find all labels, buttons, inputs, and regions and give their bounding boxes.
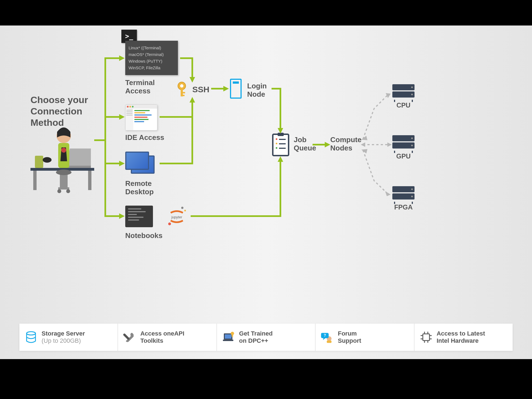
oneapi-title: Access oneAPI Toolkits: [140, 330, 184, 345]
svg-rect-3: [35, 156, 43, 168]
svg-marker-30: [223, 86, 229, 91]
svg-rect-2: [88, 171, 91, 190]
svg-rect-41: [123, 333, 130, 340]
svg-rect-23: [183, 95, 185, 96]
svg-rect-43: [225, 334, 231, 339]
footer-hardware: Access to Latest Intel Hardware: [415, 324, 513, 351]
ssh-key-icon: [177, 81, 190, 98]
svg-rect-6: [66, 166, 91, 168]
svg-rect-44: [223, 340, 233, 341]
svg-marker-25: [119, 114, 125, 120]
gpu-server-icon: GPU: [392, 135, 415, 151]
footer-row: Storage Server (Up to 200GB) Access oneA…: [19, 324, 513, 351]
ide-access-label: IDE Access: [125, 134, 164, 142]
login-node-server-icon: [230, 79, 242, 99]
svg-text:jupyter: jupyter: [171, 215, 182, 219]
svg-marker-29: [190, 97, 195, 103]
login-node-label: Login Node: [247, 82, 267, 99]
jupyter-icon: jupyter: [166, 206, 188, 228]
svg-marker-33: [325, 142, 330, 147]
chip-hardware-icon: [420, 331, 433, 344]
svg-marker-35: [361, 136, 367, 140]
job-queue-clipboard-icon: [272, 134, 289, 156]
term-line: Linux* ((Terminal): [129, 45, 175, 51]
tools-wrench-icon: [123, 331, 136, 344]
svg-point-15: [181, 207, 183, 209]
svg-point-17: [168, 222, 171, 225]
terminal-access-label: Terminal Access: [125, 79, 155, 95]
svg-rect-46: [232, 334, 233, 337]
remote-desktop-label: Remote Desktop: [125, 180, 154, 196]
cpu-label: CPU: [392, 101, 415, 109]
job-queue-label: Job Queue: [294, 136, 316, 152]
svg-marker-28: [190, 77, 195, 83]
svg-point-12: [57, 189, 61, 193]
gpu-label: GPU: [392, 152, 415, 160]
notebooks-label: Notebooks: [125, 232, 162, 240]
svg-point-20: [180, 84, 183, 88]
hardware-title: Access to Latest Intel Hardware: [437, 330, 485, 345]
fpga-label: FPGA: [392, 203, 415, 211]
forum-title: Forum Support: [338, 330, 361, 345]
svg-marker-36: [387, 142, 392, 147]
footer-trained: Get Trained on DPC++: [217, 324, 316, 351]
svg-text:?: ?: [324, 333, 326, 337]
ssh-label: SSH: [192, 85, 209, 94]
svg-rect-5: [45, 158, 47, 160]
cpu-server-icon: CPU: [392, 84, 415, 100]
term-line: Windows (PuTTY): [129, 58, 175, 65]
storage-database-icon: [24, 331, 38, 344]
svg-rect-50: [423, 334, 429, 341]
svg-rect-21: [181, 89, 183, 96]
trained-title: Get Trained on DPC++: [239, 330, 273, 345]
fpga-server-icon: FPGA: [392, 186, 415, 202]
forum-support-icon: ?: [321, 331, 334, 344]
svg-marker-32: [278, 156, 283, 162]
svg-rect-22: [183, 92, 185, 93]
diagram-canvas: Choose your Connection Method >_ Linux* …: [0, 25, 532, 359]
svg-point-16: [184, 210, 186, 211]
svg-rect-1: [33, 171, 37, 190]
svg-marker-38: [385, 191, 391, 196]
svg-point-13: [66, 189, 70, 193]
remote-desktop-icon: [125, 152, 156, 175]
svg-rect-11: [58, 187, 69, 190]
svg-point-14: [56, 170, 71, 175]
storage-title: Storage Server: [42, 330, 85, 337]
training-laptop-icon: [222, 331, 235, 344]
footer-oneapi: Access oneAPI Toolkits: [118, 324, 217, 351]
svg-marker-34: [386, 93, 391, 98]
compute-nodes-label: Compute Nodes: [330, 136, 362, 152]
svg-point-9: [61, 148, 66, 153]
svg-marker-39: [361, 149, 367, 154]
term-line: macOS* (Terminal): [129, 51, 175, 58]
svg-marker-24: [119, 55, 125, 61]
ide-window-icon: [125, 104, 157, 131]
notebook-code-icon: [125, 206, 153, 227]
term-line: WinSCP, FileZilla: [129, 65, 175, 71]
svg-rect-48: [327, 341, 332, 343]
footer-storage: Storage Server (Up to 200GB): [19, 324, 118, 351]
footer-forum: ? Forum Support: [316, 324, 414, 351]
svg-marker-26: [119, 161, 125, 166]
storage-sub: (Up to 200GB): [42, 337, 81, 344]
user-at-desk-illustration: [30, 122, 94, 195]
svg-rect-10: [60, 173, 68, 187]
svg-point-40: [27, 332, 35, 335]
terminal-options-box: Linux* ((Terminal) macOS* (Terminal) Win…: [125, 41, 178, 75]
svg-marker-27: [119, 213, 125, 219]
